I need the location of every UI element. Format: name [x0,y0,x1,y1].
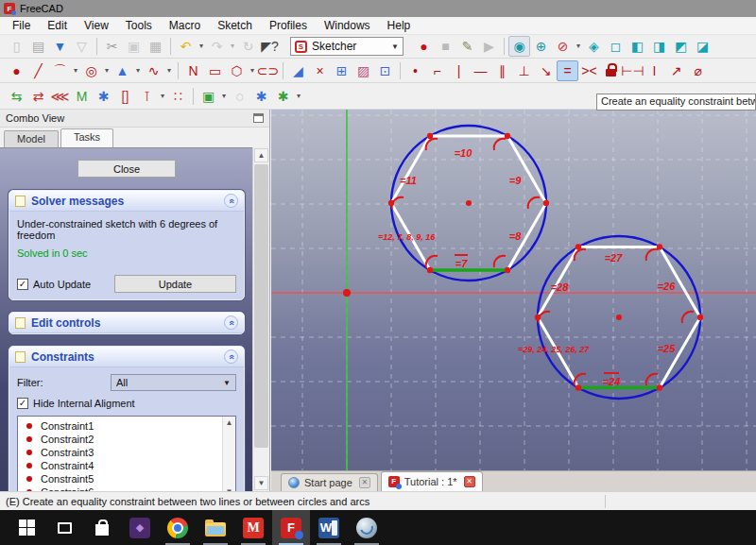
new-file-icon[interactable]: ▯ [6,36,27,57]
circle-dropdown-icon[interactable]: ▾ [102,60,112,81]
constraint-perpendicular-icon[interactable]: ⊥ [513,60,535,81]
macro-stop-icon[interactable]: ■ [435,36,456,57]
paste-icon[interactable]: ▦ [145,36,166,57]
select-origin-icon[interactable]: ⇄ [27,86,49,107]
conic-dropdown-icon[interactable]: ▾ [133,60,143,81]
cut-icon[interactable]: ✂ [101,36,123,57]
axonometric-view-icon[interactable]: ◈ [583,36,605,57]
constraint-list-item[interactable]: Constraint2 [18,433,235,446]
create-point-icon[interactable]: ● [6,60,27,81]
constraint-list-item[interactable]: Constraint3 [18,446,235,459]
create-rectangle-icon[interactable]: ▭ [204,60,226,81]
constraint-point-on-object-icon[interactable]: ⌐ [426,60,448,81]
create-polyline-icon[interactable]: N [182,60,204,81]
filter-dropdown[interactable]: All ▼ [111,374,236,391]
freecad-taskbar-button[interactable]: F [272,510,310,545]
tab-tasks[interactable]: Tasks [60,128,113,147]
front-view-icon[interactable]: ◻ [605,36,627,57]
collapse-icon[interactable]: « [224,315,238,330]
menu-sketch[interactable]: Sketch [209,17,261,34]
gmail-button[interactable]: M [234,510,272,545]
hexagon-2-vertices[interactable] [535,244,703,390]
menu-file[interactable]: File [4,17,39,34]
zoom-icon[interactable]: ⊕ [530,36,552,57]
hexagon-2[interactable]: =27 =28 =26 =29, 24, 25, 26, 27 =25 =24 [518,236,703,399]
macro-play-icon[interactable]: ▶ [478,36,500,57]
constraint-tangent-icon[interactable]: ↘ [535,60,557,81]
solver-messages-header[interactable]: Solver messages « [9,191,244,212]
driving-dropdown-icon[interactable]: ▾ [158,86,167,107]
menu-profiles[interactable]: Profiles [261,17,316,34]
create-conic-icon[interactable]: ▲ [112,60,133,81]
collapse-icon[interactable]: « [224,194,238,208]
constraint-coincident-icon[interactable]: • [404,60,426,81]
constraint-distance-icon[interactable]: ↗ [665,60,687,81]
start-button[interactable] [8,510,45,545]
draw-style-icon[interactable]: ⊘ [552,36,574,57]
constraint-parallel-icon[interactable]: ∥ [491,60,513,81]
constraint-lock-icon[interactable] [600,60,622,81]
refresh-icon[interactable]: ↻ [237,36,259,57]
hide-internal-checkbox[interactable]: ✓ [17,398,28,409]
close-button[interactable]: Close [77,160,176,178]
scroll-up-icon[interactable]: ▲ [226,418,233,427]
create-slot-icon[interactable]: ⊂⊃ [257,60,279,81]
fillet-icon[interactable]: ◢ [287,60,309,81]
arc-dropdown-icon[interactable]: ▾ [71,60,80,81]
switch-virtual-space-icon[interactable]: ✱ [250,86,272,107]
constraint-list-item[interactable]: Constraint5 [18,472,235,485]
menu-macro[interactable]: Macro [161,17,209,34]
undo-icon[interactable]: ↶ [175,36,197,57]
constraint-radius-icon[interactable]: ⌀ [687,60,709,81]
close-tab-icon[interactable]: ✕ [464,476,475,487]
carbon-copy-icon[interactable]: ▨ [352,60,374,81]
redo-dropdown-icon[interactable]: ▾ [228,36,237,57]
edit-controls-header[interactable]: Edit controls « [9,313,244,333]
constraint-list-item[interactable]: Constraint1 [18,419,235,433]
virtual-dropdown-icon[interactable]: ▾ [294,86,303,107]
polygon-dropdown-icon[interactable]: ▾ [248,60,257,81]
scroll-down-icon[interactable]: ▼ [254,476,268,490]
menu-help[interactable]: Help [379,17,420,34]
menu-view[interactable]: View [76,17,117,34]
open-file-icon[interactable]: ▤ [27,36,49,57]
copy-icon[interactable]: ▣ [123,36,145,57]
tasks-scrollbar[interactable]: ▲ ▼ [252,147,269,491]
constraint-list-item[interactable]: Constraint4 [18,459,235,472]
constraint-horizontal-icon[interactable]: — [470,60,491,81]
save-as-icon[interactable]: ▽ [71,36,93,57]
right-view-icon[interactable]: ◨ [648,36,670,57]
rear-view-icon[interactable]: ◩ [670,36,692,57]
auto-update-checkbox[interactable]: ✓ [17,279,28,290]
fit-all-icon[interactable]: ◉ [508,36,530,57]
create-bspline-icon[interactable]: ∿ [143,60,164,81]
collapse-icon[interactable]: « [224,349,238,364]
macro-edit-icon[interactable]: ✎ [456,36,478,57]
tab-start-page[interactable]: Start page ✕ [281,473,378,491]
trim-icon[interactable]: × [309,60,331,81]
sketch-viewport[interactable]: =10 =11 =9 =12, 7, 8, 9, 16 =8 =7 =27 =2… [271,110,756,470]
internal-geometry-icon[interactable]: ∷ [167,86,189,107]
constraint-symmetric-icon[interactable]: >< [578,60,600,81]
menu-windows[interactable]: Windows [316,17,379,34]
whats-this-icon[interactable]: ◤? [259,36,281,57]
menu-edit[interactable]: Edit [39,17,76,34]
sketch-canvas[interactable]: =10 =11 =9 =12, 7, 8, 9, 16 =8 =7 =27 =2… [271,110,756,470]
edit-dropdown-icon[interactable]: ▾ [219,86,229,107]
store-button[interactable] [83,510,121,545]
redo-icon[interactable]: ↷ [206,36,228,57]
create-circle-icon[interactable]: ◎ [80,60,102,81]
external-geometry-icon[interactable]: ⊞ [331,60,352,81]
constraint-vertical-icon[interactable]: | [448,60,470,81]
update-button[interactable]: Update [114,275,236,293]
hexagon-1[interactable]: =10 =11 =9 =12, 7, 8, 9, 16 =8 =7 [378,126,549,281]
word-button[interactable]: W [310,510,348,545]
workbench-selector[interactable]: S Sketcher ▼ [290,37,404,56]
select-constraints-icon[interactable]: ⇆ [6,86,27,107]
constraint-equal-icon[interactable]: = [557,60,578,81]
bottom-view-icon[interactable]: ◪ [692,36,713,57]
select-dof-icon[interactable]: ✱ [93,86,114,107]
show-hide-constraint-icon[interactable]: [] [114,86,136,107]
constraints-header[interactable]: Constraints « [9,347,244,367]
virtual-space-icon[interactable]: ◌ [229,86,250,107]
